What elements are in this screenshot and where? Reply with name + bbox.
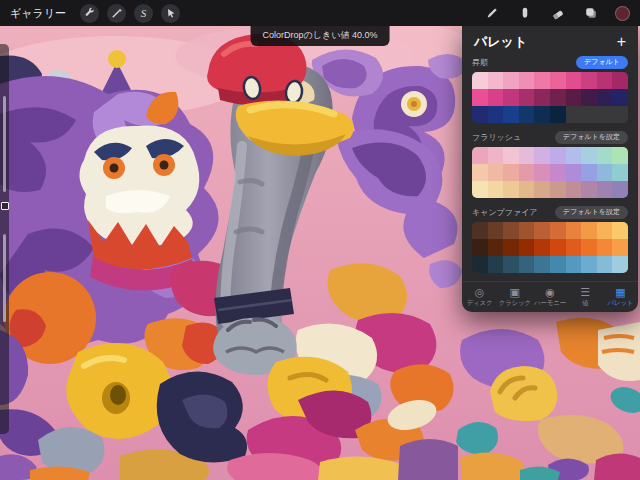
selection-button[interactable]: S: [134, 4, 153, 23]
eraser-button[interactable]: [549, 4, 567, 22]
color-swatch[interactable]: [581, 239, 597, 256]
color-swatch[interactable]: [566, 164, 582, 181]
color-swatch[interactable]: [488, 181, 504, 198]
color-swatch[interactable]: [550, 106, 566, 123]
color-swatch[interactable]: [503, 222, 519, 239]
tab-harmony[interactable]: ◉ハーモニー: [532, 282, 567, 312]
color-swatch[interactable]: [566, 72, 582, 89]
color-swatch[interactable]: [581, 147, 597, 164]
color-swatch[interactable]: [581, 106, 597, 123]
color-swatch[interactable]: [566, 106, 582, 123]
color-swatch[interactable]: [503, 239, 519, 256]
color-swatch[interactable]: [472, 164, 488, 181]
smudge-button[interactable]: [516, 4, 534, 22]
color-swatch[interactable]: [581, 222, 597, 239]
color-swatch[interactable]: [550, 147, 566, 164]
opacity-slider[interactable]: [3, 234, 6, 322]
gallery-button[interactable]: ギャラリー: [10, 6, 66, 21]
color-swatch[interactable]: [550, 256, 566, 273]
color-swatch[interactable]: [488, 164, 504, 181]
color-swatch[interactable]: [488, 106, 504, 123]
color-swatch[interactable]: [503, 256, 519, 273]
brush-button[interactable]: [483, 4, 501, 22]
color-swatch[interactable]: [550, 89, 566, 106]
color-swatch[interactable]: [503, 89, 519, 106]
color-swatch[interactable]: [472, 147, 488, 164]
color-swatch[interactable]: [534, 181, 550, 198]
color-swatch[interactable]: [597, 89, 613, 106]
color-swatch[interactable]: [597, 147, 613, 164]
color-swatch[interactable]: [566, 147, 582, 164]
color-swatch[interactable]: [550, 181, 566, 198]
color-swatch[interactable]: [566, 256, 582, 273]
color-swatch[interactable]: [472, 89, 488, 106]
color-swatch[interactable]: [566, 181, 582, 198]
color-swatch[interactable]: [488, 239, 504, 256]
color-swatch[interactable]: [581, 256, 597, 273]
color-swatch[interactable]: [503, 164, 519, 181]
color-swatch[interactable]: [550, 72, 566, 89]
color-swatch[interactable]: [519, 89, 535, 106]
color-swatch[interactable]: [566, 239, 582, 256]
color-swatch[interactable]: [503, 147, 519, 164]
color-swatch[interactable]: [519, 256, 535, 273]
color-swatch[interactable]: [519, 72, 535, 89]
color-swatch[interactable]: [488, 72, 504, 89]
color-swatch[interactable]: [566, 89, 582, 106]
color-swatch[interactable]: [488, 256, 504, 273]
color-swatch[interactable]: [519, 106, 535, 123]
modify-button[interactable]: [1, 202, 9, 210]
color-swatch[interactable]: [534, 256, 550, 273]
color-swatch[interactable]: [472, 72, 488, 89]
color-swatch[interactable]: [597, 256, 613, 273]
color-swatch[interactable]: [597, 164, 613, 181]
set-default-badge[interactable]: デフォルトを設定: [555, 206, 628, 218]
add-palette-button[interactable]: +: [617, 34, 626, 50]
color-swatch[interactable]: [597, 72, 613, 89]
color-swatch[interactable]: [597, 222, 613, 239]
color-swatch[interactable]: [597, 106, 613, 123]
color-swatch[interactable]: [550, 164, 566, 181]
color-swatch[interactable]: [519, 147, 535, 164]
color-swatch[interactable]: [581, 164, 597, 181]
color-swatch[interactable]: [612, 106, 628, 123]
color-swatch[interactable]: [519, 164, 535, 181]
color-swatch[interactable]: [503, 181, 519, 198]
color-swatch[interactable]: [519, 181, 535, 198]
color-swatch[interactable]: [534, 72, 550, 89]
color-swatch[interactable]: [612, 239, 628, 256]
tab-palettes[interactable]: ▦パレット: [603, 282, 638, 312]
color-swatch[interactable]: [550, 239, 566, 256]
color-swatch[interactable]: [488, 222, 504, 239]
transform-button[interactable]: [161, 4, 180, 23]
color-swatch[interactable]: [566, 222, 582, 239]
color-swatch[interactable]: [534, 147, 550, 164]
color-swatch[interactable]: [534, 89, 550, 106]
color-swatch[interactable]: [472, 239, 488, 256]
color-swatch[interactable]: [488, 89, 504, 106]
color-swatch[interactable]: [472, 181, 488, 198]
color-swatch[interactable]: [534, 222, 550, 239]
color-swatch[interactable]: [503, 106, 519, 123]
color-swatch[interactable]: [534, 164, 550, 181]
color-swatch[interactable]: [612, 147, 628, 164]
default-badge[interactable]: デフォルト: [576, 56, 628, 68]
color-swatch[interactable]: [612, 181, 628, 198]
color-swatch[interactable]: [534, 239, 550, 256]
color-swatch[interactable]: [612, 256, 628, 273]
tab-classic[interactable]: ▣クラシック: [497, 282, 532, 312]
color-swatch[interactable]: [581, 181, 597, 198]
adjustments-button[interactable]: [107, 4, 126, 23]
color-swatch[interactable]: [581, 89, 597, 106]
color-swatch[interactable]: [519, 239, 535, 256]
set-default-badge[interactable]: デフォルトを設定: [555, 131, 628, 143]
color-swatch[interactable]: [612, 72, 628, 89]
color-swatch[interactable]: [550, 222, 566, 239]
tab-value[interactable]: ☰値: [568, 282, 603, 312]
color-swatch[interactable]: [503, 72, 519, 89]
color-swatch[interactable]: [519, 222, 535, 239]
actions-button[interactable]: [80, 4, 99, 23]
color-swatch[interactable]: [534, 106, 550, 123]
current-color-swatch[interactable]: [615, 6, 630, 21]
color-swatch[interactable]: [612, 89, 628, 106]
